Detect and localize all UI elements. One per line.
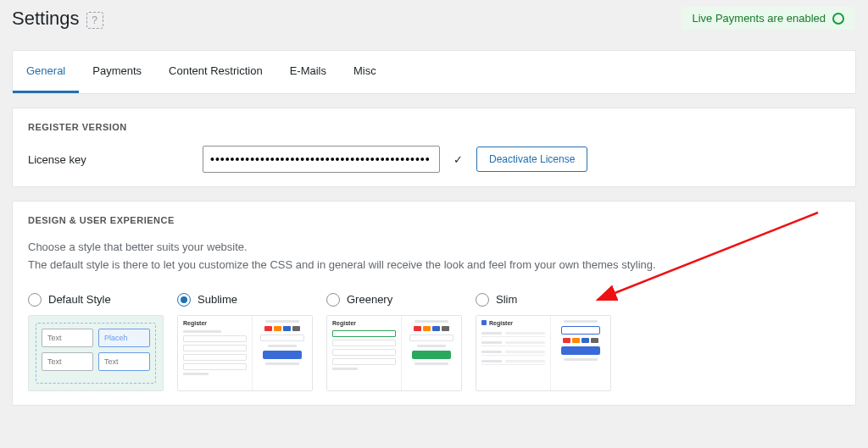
live-payments-status: Live Payments are enabled bbox=[682, 7, 854, 30]
preview-text-label: Text bbox=[47, 357, 62, 366]
style-label: Slim bbox=[496, 293, 517, 306]
tab-payments[interactable]: Payments bbox=[79, 51, 155, 93]
settings-tabs: General Payments Content Restriction E-M… bbox=[13, 51, 855, 93]
main-content: General Payments Content Restriction E-M… bbox=[0, 50, 868, 418]
tab-misc[interactable]: Misc bbox=[340, 51, 390, 93]
deactivate-license-button[interactable]: Deactivate License bbox=[476, 147, 587, 172]
settings-tabs-card: General Payments Content Restriction E-M… bbox=[12, 50, 856, 94]
style-option-slim: Slim Register bbox=[476, 293, 611, 391]
page-title: Settings bbox=[12, 8, 80, 30]
style-label: Default Style bbox=[48, 293, 111, 306]
tab-emails[interactable]: E-Mails bbox=[276, 51, 340, 93]
style-preview-sublime[interactable]: Register bbox=[177, 315, 313, 391]
style-radio-default[interactable]: Default Style bbox=[28, 293, 164, 307]
design-section: DESIGN & USER EXPERIENCE Choose a style … bbox=[13, 202, 855, 405]
tab-label: General bbox=[26, 64, 65, 77]
tab-label: Content Restriction bbox=[169, 64, 263, 77]
style-preview-default[interactable]: Text Text Placeh Text bbox=[28, 315, 164, 391]
style-label: Greenery bbox=[347, 293, 392, 306]
style-radio-sublime[interactable]: Sublime bbox=[177, 293, 313, 307]
preview-register-label: Register bbox=[332, 320, 396, 326]
preview-text-label: Text bbox=[104, 357, 119, 366]
tab-label: E-Mails bbox=[290, 64, 326, 77]
style-radio-greenery[interactable]: Greenery bbox=[326, 293, 462, 307]
preview-placeholder-label: Placeh bbox=[104, 334, 128, 342]
status-ring-icon bbox=[832, 13, 844, 25]
radio-icon bbox=[177, 293, 191, 307]
style-option-greenery: Greenery Register bbox=[326, 293, 462, 391]
style-preview-greenery[interactable]: Register bbox=[326, 315, 462, 391]
live-payments-label: Live Payments are enabled bbox=[692, 12, 826, 25]
license-row: License key ✓ Deactivate License bbox=[28, 146, 840, 173]
preview-register-label: Register bbox=[183, 320, 247, 326]
license-heading: REGISTER VERSION bbox=[28, 122, 840, 132]
top-bar-left: Settings ? bbox=[12, 8, 103, 30]
design-heading: DESIGN & USER EXPERIENCE bbox=[28, 215, 840, 225]
design-card: DESIGN & USER EXPERIENCE Choose a style … bbox=[12, 201, 856, 406]
radio-icon bbox=[326, 293, 340, 307]
radio-icon bbox=[28, 293, 42, 307]
deactivate-license-label: Deactivate License bbox=[489, 153, 575, 165]
tab-general[interactable]: General bbox=[13, 51, 79, 93]
tab-label: Payments bbox=[92, 64, 142, 77]
tab-label: Misc bbox=[353, 64, 376, 77]
license-section: REGISTER VERSION License key ✓ Deactivat… bbox=[13, 108, 855, 186]
tab-content-restriction[interactable]: Content Restriction bbox=[155, 51, 276, 93]
top-bar: Settings ? Live Payments are enabled bbox=[0, 0, 868, 36]
license-card: REGISTER VERSION License key ✓ Deactivat… bbox=[12, 108, 856, 187]
style-preview-slim[interactable]: Register bbox=[476, 315, 611, 391]
license-key-label: License key bbox=[28, 153, 189, 166]
design-description-2: The default style is there to let you cu… bbox=[28, 257, 840, 274]
preview-register-label: Register bbox=[489, 320, 513, 326]
style-option-sublime: Sublime Register bbox=[177, 293, 313, 391]
check-icon: ✓ bbox=[453, 153, 463, 166]
license-key-input[interactable] bbox=[203, 146, 440, 173]
preview-text-label: Text bbox=[47, 334, 62, 342]
style-radio-slim[interactable]: Slim bbox=[476, 293, 611, 307]
style-options-grid: Default Style Text Text Placeh Text bbox=[28, 293, 840, 391]
help-icon-glyph: ? bbox=[92, 14, 97, 26]
help-icon[interactable]: ? bbox=[86, 12, 103, 29]
style-option-default: Default Style Text Text Placeh Text bbox=[28, 293, 164, 391]
radio-icon bbox=[476, 293, 489, 307]
design-description-1: Choose a style that better suits your we… bbox=[28, 239, 840, 257]
style-label: Sublime bbox=[198, 293, 237, 306]
